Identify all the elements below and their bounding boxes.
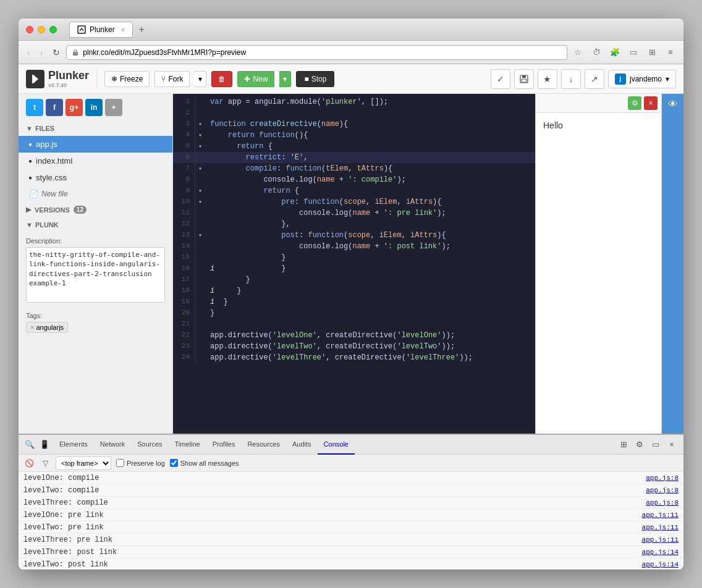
tab-bar: Plunker × + xyxy=(69,22,676,38)
history-icon[interactable]: ⏱ xyxy=(588,44,604,61)
preview-eye-button[interactable]: 👁 xyxy=(661,94,683,434)
tag-remove-icon[interactable]: × xyxy=(30,324,34,331)
console-source-4[interactable]: app.js:11 xyxy=(642,511,679,519)
code-line-8: 8 console.log(name + ': compile'); xyxy=(173,174,535,185)
facebook-icon[interactable]: f xyxy=(46,99,63,116)
devtools-tab-network[interactable]: Network xyxy=(94,435,131,455)
forward-button[interactable]: › xyxy=(36,45,47,60)
tab-resources-label: Resources xyxy=(247,440,280,448)
plunk-header[interactable]: ▼ PLUNK xyxy=(19,217,172,232)
linkedin-icon[interactable]: in xyxy=(85,99,103,116)
devtools-close-icon[interactable]: × xyxy=(665,438,679,452)
screen-icon[interactable]: ▭ xyxy=(625,44,641,61)
tags-container: × angularjs xyxy=(26,322,165,333)
show-all-label: Show all messages xyxy=(170,459,239,467)
code-line-17: 17 } xyxy=(173,274,535,285)
twitter-icon[interactable]: t xyxy=(26,99,43,116)
console-line-2: levelTwo: compile app.js:8 xyxy=(19,484,683,497)
show-all-text: Show all messages xyxy=(180,460,239,467)
freeze-button[interactable]: ❄ Freeze xyxy=(104,71,150,87)
devtools-tab-profiles[interactable]: Profiles xyxy=(206,435,242,455)
svg-rect-1 xyxy=(73,52,78,56)
save-button[interactable] xyxy=(514,69,534,89)
stop-label: Stop xyxy=(311,75,327,83)
devtools-tab-sources[interactable]: Sources xyxy=(131,435,168,455)
show-all-checkbox[interactable] xyxy=(170,459,178,467)
fork-dropdown-button[interactable]: ▾ xyxy=(195,71,206,87)
devtools-mobile-icon[interactable]: 📱 xyxy=(38,439,51,451)
console-source-3[interactable]: app.js:8 xyxy=(646,499,679,506)
stop-button[interactable]: ■ Stop xyxy=(296,71,334,87)
external-button[interactable]: ↗ xyxy=(585,69,604,89)
star-button[interactable]: ★ xyxy=(538,69,557,89)
extensions-icon[interactable]: 🧩 xyxy=(607,44,623,61)
sidebar-file-stylecss[interactable]: ● style.css xyxy=(19,169,172,186)
fork-button[interactable]: ⑂ Fork xyxy=(154,71,190,87)
sidebar-file-indexhtml[interactable]: ● index.html xyxy=(19,153,172,169)
plus-icon[interactable]: + xyxy=(105,99,122,116)
preview-close-button[interactable]: × xyxy=(644,96,658,110)
bookmark-star-icon[interactable]: ☆ xyxy=(570,44,586,61)
user-menu-button[interactable]: j jvandemo ▾ xyxy=(608,70,676,88)
files-header[interactable]: ▼ FILES xyxy=(19,121,172,136)
download-button[interactable]: ↓ xyxy=(561,69,581,89)
description-textarea[interactable]: the-nitty-gritty-of-compile-and-link-fun… xyxy=(26,247,165,303)
back-button[interactable]: ‹ xyxy=(23,45,34,60)
main-content: t f g+ in + ▼ FILES ● app.js ● index.htm… xyxy=(19,94,683,434)
maximize-button[interactable] xyxy=(49,26,57,33)
tag-angularjs[interactable]: × angularjs xyxy=(26,322,68,333)
check-button[interactable]: ✓ xyxy=(491,69,510,89)
devtools-stack-icon[interactable]: ⊞ xyxy=(617,438,630,452)
gplus-icon[interactable]: g+ xyxy=(66,99,83,116)
console-source-1[interactable]: app.js:8 xyxy=(646,474,679,482)
devtools-tab-timeline[interactable]: Timeline xyxy=(169,435,206,455)
console-text-1: levelOne: compile xyxy=(23,474,646,482)
console-text-7: levelThree: post link xyxy=(23,548,642,556)
new-dropdown-button[interactable]: ▾ xyxy=(279,71,291,87)
devtools-dock-icon[interactable]: ▭ xyxy=(649,438,662,452)
menu-icon[interactable]: ≡ xyxy=(662,44,679,61)
preserve-log-checkbox[interactable] xyxy=(116,459,124,467)
console-source-7[interactable]: app.js:14 xyxy=(642,548,679,556)
code-editor[interactable]: 1 var app = angular.module('plunker', []… xyxy=(173,94,535,434)
devtools-tab-audits[interactable]: Audits xyxy=(286,435,318,455)
file-name-appjs: app.js xyxy=(36,140,57,149)
url-input[interactable] xyxy=(83,48,562,57)
console-filter-icon[interactable]: ▽ xyxy=(40,458,51,469)
code-line-21: 21 xyxy=(173,319,535,330)
console-source-8[interactable]: app.js:14 xyxy=(642,561,679,568)
close-button[interactable] xyxy=(26,26,33,33)
new-file-item[interactable]: 📄 New file xyxy=(19,186,172,202)
frame-select[interactable]: <top frame> xyxy=(56,456,111,470)
reload-button[interactable]: ↻ xyxy=(49,45,64,60)
console-source-6[interactable]: app.js:11 xyxy=(642,536,679,544)
tab-console-label: Console xyxy=(324,440,349,448)
minimize-button[interactable] xyxy=(38,26,45,33)
plunker-logo: Plunker v0.7.40 xyxy=(26,69,89,88)
devtools-search-icon[interactable]: 🔍 xyxy=(23,439,36,451)
devtools-tab-resources[interactable]: Resources xyxy=(241,435,286,455)
console-clear-icon[interactable]: 🚫 xyxy=(23,458,35,469)
preview-settings-button[interactable]: ⚙ xyxy=(628,96,641,110)
code-line-2: 2 xyxy=(173,107,535,119)
new-button[interactable]: ✚ New xyxy=(237,71,274,87)
versions-header[interactable]: ▶ VERSIONS 12 xyxy=(19,202,172,217)
code-line-15: 15 } xyxy=(173,252,535,263)
console-source-2[interactable]: app.js:8 xyxy=(646,487,679,494)
traffic-lights xyxy=(26,26,57,33)
browser-tab[interactable]: Plunker × xyxy=(69,22,133,38)
social-icons: t f g+ in + xyxy=(19,94,172,121)
devtools-settings-icon[interactable]: ⚙ xyxy=(633,438,646,452)
devtools-tab-console[interactable]: Console xyxy=(318,435,355,455)
delete-button[interactable]: 🗑 xyxy=(211,71,232,87)
code-line-24: 24 app.directive('levelThree', createDir… xyxy=(173,352,535,363)
file-icon-appjs: ● xyxy=(28,141,32,148)
screen2-icon[interactable]: ⊞ xyxy=(644,44,660,61)
sidebar-file-appjs[interactable]: ● app.js xyxy=(19,136,172,153)
console-line-1: levelOne: compile app.js:8 xyxy=(19,472,683,484)
preview-content: Hello xyxy=(536,113,661,434)
tab-close-button[interactable]: × xyxy=(121,26,125,33)
new-tab-button[interactable]: + xyxy=(133,22,150,38)
devtools-tab-elements[interactable]: Elements xyxy=(53,435,94,455)
console-source-5[interactable]: app.js:11 xyxy=(642,524,679,531)
